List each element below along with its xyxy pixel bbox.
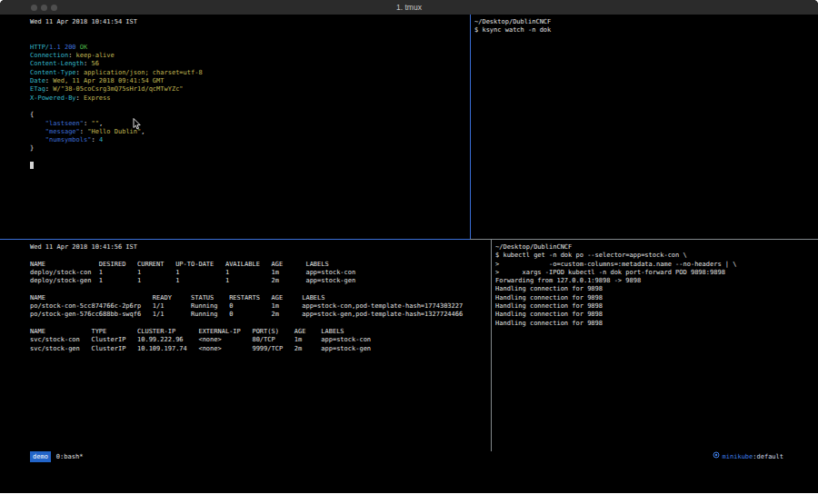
terminal-line: > -o=custom-columns=:metadata.name --no-…	[495, 261, 818, 269]
terminal-line: deploy/stock-gen 1 1 1 1 2m app=stock-ge…	[30, 277, 491, 285]
terminal-line: Handling connection for 9898	[495, 311, 818, 319]
terminal-line: deploy/stock-con 1 1 1 1 1m app=stock-co…	[30, 269, 491, 277]
terminal-line: Handling connection for 9898	[495, 320, 818, 328]
terminal-line: NAME READY STATUS RESTARTS AGE LABELS	[30, 294, 491, 302]
terminal-line: > xargs -IPOD kubectl -n dok port-forwar…	[495, 269, 818, 277]
terminal-line: po/stock-con-5cc874766c-2p6rp 1/1 Runnin…	[30, 302, 491, 311]
terminal-line	[30, 35, 470, 44]
terminal-line	[30, 285, 491, 293]
terminal-line	[30, 162, 470, 170]
pane-divider-horizontal-right[interactable]	[470, 239, 818, 240]
terminal-line: }	[30, 144, 470, 153]
terminal-line: "message": "Hello Dublin",	[30, 128, 470, 136]
terminal-line: ETag: W/"38-05coCsrg3mQ75sHr1d/qcMTwYZc"	[30, 85, 470, 94]
terminal-line: Date: Wed, 11 Apr 2018 09:41:54 GMT	[30, 77, 470, 85]
terminal-line: ~/Desktop/DublinCNCF	[495, 243, 818, 252]
kube-namespace-label: :default	[753, 453, 783, 460]
terminal-line: $ kubectl get -n dok po --selector=app=s…	[495, 252, 818, 260]
terminal-line: X-Powered-By: Express	[30, 94, 470, 103]
tmux-window-label[interactable]: 0:bash*	[56, 451, 84, 462]
terminal-line: Wed 11 Apr 2018 10:41:54 IST	[30, 18, 470, 26]
terminal-line: Forwarding from 127.0.0.1:9898 -> 9898	[495, 277, 818, 285]
pane-ksync-watch[interactable]: ~/Desktop/DublinCNCF$ ksync watch -n dok	[471, 15, 818, 239]
pane-divider-vertical-top[interactable]	[470, 15, 471, 239]
terminal-line: ~/Desktop/DublinCNCF	[474, 18, 818, 26]
status-right: minikube:default	[713, 451, 783, 462]
terminal-line: Content-Type: application/json; charset=…	[30, 69, 470, 77]
terminal-line: Content-Length: 56	[30, 60, 470, 68]
mouse-cursor-icon	[133, 118, 141, 132]
terminal-line	[30, 252, 491, 260]
terminal-line: Connection: keep-alive	[30, 52, 470, 60]
terminal-line: NAME TYPE CLUSTER-IP EXTERNAL-IP PORT(S)…	[30, 328, 491, 336]
terminal-line: "numsymbols": 4	[30, 136, 470, 144]
terminal-line: HTTP/1.1 200 OK	[30, 44, 470, 52]
terminal-line: po/stock-gen-576cc688bb-swqf6 1/1 Runnin…	[30, 311, 491, 319]
pane-divider-vertical-bottom[interactable]	[491, 240, 492, 451]
terminal-line: Handling connection for 9898	[495, 285, 818, 293]
terminal-window: 1. tmux Wed 11 Apr 2018 10:41:54 IST HTT…	[0, 0, 818, 493]
terminal-line: svc/stock-gen ClusterIP 10.109.197.74 <n…	[30, 345, 491, 353]
desktop-background-strip	[0, 493, 818, 504]
pane-http-response[interactable]: Wed 11 Apr 2018 10:41:54 IST HTTP/1.1 20…	[0, 15, 470, 239]
terminal-line	[30, 320, 491, 328]
terminal-line: {	[30, 111, 470, 119]
pane-divider-horizontal-left[interactable]	[0, 239, 470, 240]
terminal-line: Handling connection for 9898	[495, 294, 818, 302]
terminal-line: Handling connection for 9898	[495, 302, 818, 311]
session-name-badge[interactable]: demo	[30, 451, 51, 462]
terminal-line: svc/stock-con ClusterIP 10.99.222.96 <no…	[30, 336, 491, 344]
terminal-line: "lastseen": "",	[30, 120, 470, 128]
pane-kubectl-get-output[interactable]: Wed 11 Apr 2018 10:41:56 IST NAME DESIRE…	[0, 240, 491, 451]
window-title: 1. tmux	[0, 3, 818, 12]
terminal-line: NAME DESIRED CURRENT UP-TO-DATE AVAILABL…	[30, 261, 491, 269]
status-left: demo 0:bash*	[30, 451, 83, 462]
kubernetes-helm-icon	[713, 451, 720, 462]
window-titlebar[interactable]: 1. tmux	[0, 0, 818, 15]
terminal-line	[30, 153, 470, 162]
terminal-line: $ ksync watch -n dok	[474, 26, 818, 35]
kube-context-label: minikube	[723, 453, 753, 460]
terminal-line	[30, 26, 470, 35]
terminal-line	[30, 103, 470, 111]
tmux-status-bar: demo 0:bash* minikube:default	[0, 451, 818, 462]
pane-port-forward[interactable]: ~/Desktop/DublinCNCF$ kubectl get -n dok…	[492, 240, 818, 451]
terminal-line: Wed 11 Apr 2018 10:41:56 IST	[30, 243, 491, 252]
